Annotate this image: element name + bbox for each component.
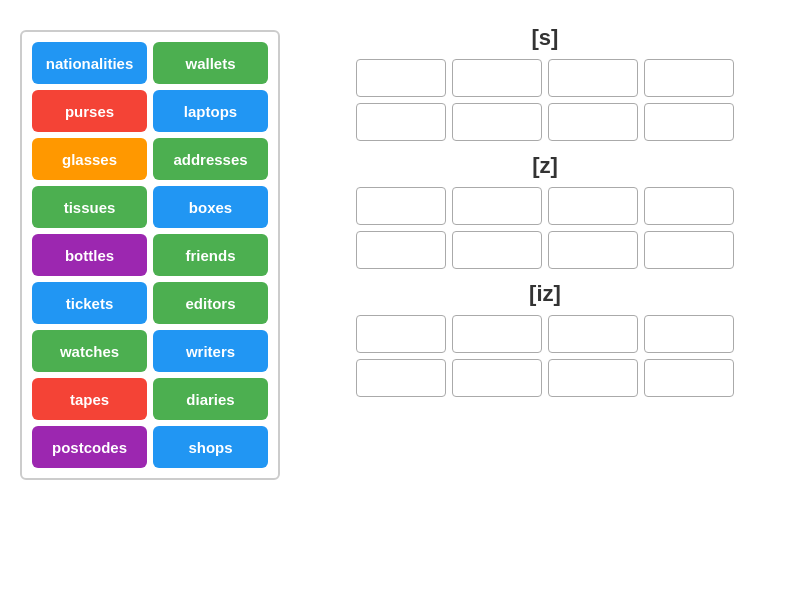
- word-bank: nationalitieswalletspurseslaptopsglasses…: [20, 30, 280, 480]
- drop-grid: [356, 315, 734, 397]
- word-tile-editors[interactable]: editors: [153, 282, 268, 324]
- word-tile-wallets[interactable]: wallets: [153, 42, 268, 84]
- word-tile-bottles[interactable]: bottles: [32, 234, 147, 276]
- drop-cell[interactable]: [356, 315, 446, 353]
- word-tile-friends[interactable]: friends: [153, 234, 268, 276]
- drop-cell[interactable]: [644, 359, 734, 397]
- word-tile-purses[interactable]: purses: [32, 90, 147, 132]
- drop-cell[interactable]: [644, 315, 734, 353]
- word-tile-boxes[interactable]: boxes: [153, 186, 268, 228]
- drop-cell[interactable]: [644, 103, 734, 141]
- drop-cell[interactable]: [356, 359, 446, 397]
- phoneme-label: [z]: [532, 153, 558, 179]
- word-tile-postcodes[interactable]: postcodes: [32, 426, 147, 468]
- phoneme-label: [s]: [532, 25, 559, 51]
- word-tile-watches[interactable]: watches: [32, 330, 147, 372]
- drop-cell[interactable]: [356, 231, 446, 269]
- drop-cell[interactable]: [356, 103, 446, 141]
- word-tile-diaries[interactable]: diaries: [153, 378, 268, 420]
- drop-cell[interactable]: [548, 359, 638, 397]
- word-tile-shops[interactable]: shops: [153, 426, 268, 468]
- drop-cell[interactable]: [452, 315, 542, 353]
- drop-zones: [s][z][iz]: [310, 20, 780, 480]
- drop-grid: [356, 59, 734, 141]
- drop-cell[interactable]: [356, 187, 446, 225]
- drop-cell[interactable]: [356, 59, 446, 97]
- word-tile-nationalities[interactable]: nationalities: [32, 42, 147, 84]
- drop-cell[interactable]: [644, 231, 734, 269]
- drop-cell[interactable]: [452, 59, 542, 97]
- drop-cell[interactable]: [644, 187, 734, 225]
- drop-cell[interactable]: [548, 103, 638, 141]
- word-tile-tissues[interactable]: tissues: [32, 186, 147, 228]
- drop-cell[interactable]: [452, 359, 542, 397]
- drop-cell[interactable]: [452, 187, 542, 225]
- word-tile-laptops[interactable]: laptops: [153, 90, 268, 132]
- word-tile-tickets[interactable]: tickets: [32, 282, 147, 324]
- phoneme-section-z: [z]: [310, 153, 780, 269]
- drop-grid: [356, 187, 734, 269]
- drop-cell[interactable]: [548, 187, 638, 225]
- word-tile-addresses[interactable]: addresses: [153, 138, 268, 180]
- word-tile-tapes[interactable]: tapes: [32, 378, 147, 420]
- drop-cell[interactable]: [548, 59, 638, 97]
- drop-cell[interactable]: [644, 59, 734, 97]
- drop-cell[interactable]: [548, 231, 638, 269]
- phoneme-section-iz: [iz]: [310, 281, 780, 397]
- drop-cell[interactable]: [452, 231, 542, 269]
- phoneme-label: [iz]: [529, 281, 561, 307]
- word-tile-glasses[interactable]: glasses: [32, 138, 147, 180]
- drop-cell[interactable]: [548, 315, 638, 353]
- word-tile-writers[interactable]: writers: [153, 330, 268, 372]
- drop-cell[interactable]: [452, 103, 542, 141]
- phoneme-section-s: [s]: [310, 25, 780, 141]
